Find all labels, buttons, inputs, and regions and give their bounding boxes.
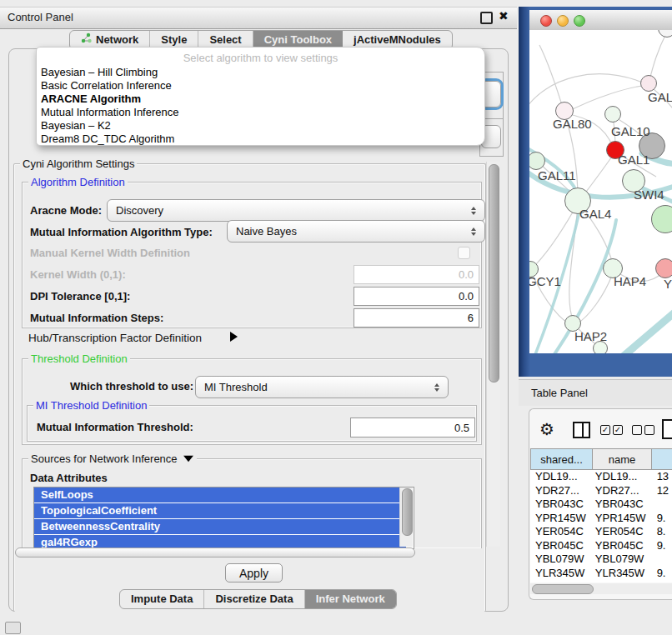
which-threshold-label: Which threshold to use: [70, 380, 193, 392]
table-row[interactable]: YBL079W YBL079W [530, 552, 672, 567]
unchecked-checkbox-icon[interactable] [644, 425, 654, 435]
table-row[interactable]: YBR043C YBR043C [530, 498, 672, 512]
spinner-arrows-icon [471, 228, 477, 236]
node-label: GAL1 [618, 152, 649, 167]
kernel-width-label: Kernel Width (0,1): [30, 268, 126, 281]
screen: Control Panel ✖ Network Style Select Cyn… [0, 0, 672, 635]
mi-type-combobox[interactable]: Naive Bayes [227, 220, 485, 242]
split-columns-icon[interactable] [573, 422, 590, 438]
attribute-list-item[interactable]: TopologicalCoefficient [34, 503, 406, 519]
unchecked-checkbox-icon[interactable] [632, 425, 642, 435]
network-node[interactable] [640, 75, 657, 92]
attribute-list-item[interactable]: BetweennessCentrality [34, 519, 406, 535]
panel-title: Control Panel [8, 11, 73, 23]
network-window-titlebar [529, 10, 672, 31]
attribute-list-scrollbar[interactable] [399, 488, 413, 547]
table-scroll-thumb[interactable] [532, 584, 594, 594]
collapse-arrow-icon[interactable] [183, 456, 193, 462]
mi-threshold-field[interactable]: 0.5 [350, 418, 475, 438]
bottom-tab[interactable]: Discretize Data [204, 590, 304, 608]
bottom-tab[interactable]: Impute Data [120, 590, 204, 608]
table-row[interactable]: YLR345W YLR345W 9. [530, 567, 672, 581]
dropdown-items: Bayesian – Hill Climbing Basic Correlati… [40, 66, 481, 146]
dropdown-item[interactable]: Dream8 DC_TDC Algorithm [40, 132, 481, 146]
which-threshold-combobox[interactable]: MI Threshold [195, 376, 449, 398]
network-canvas[interactable]: GALGAL80GAL10GAL1GAL11SWI4GAL4GCY1HAP4YH… [529, 30, 672, 353]
network-view-window: GALGAL80GAL10GAL1GAL11SWI4GAL4GCY1HAP4YH… [519, 7, 672, 377]
algorithm-dropdown-popup: Select algorithm to view settings Bayesi… [36, 47, 485, 146]
table-panel-body: ⚙ ✓ ✓ shared... name YDL19... YDL19... [529, 408, 672, 600]
table-row[interactable]: YER054C YER054C 8. [530, 525, 672, 539]
document-icon[interactable] [662, 419, 672, 439]
spinner-arrows-icon [471, 207, 477, 215]
network-node[interactable] [604, 106, 621, 122]
bottom-tabs: Impute Data Discretize Data Infer Networ… [119, 589, 397, 609]
hub-definition-label: Hub/Transcription Factor Definition [28, 332, 202, 344]
table-panel-title: Table Panel [531, 387, 588, 399]
gear-icon[interactable]: ⚙ [539, 419, 554, 439]
table-row[interactable]: YIL052C YIL052C 9 [530, 580, 672, 582]
mi-steps-label: Mutual Information Steps: [30, 312, 163, 324]
node-label: HAP2 [574, 329, 607, 343]
control-panel-titlebar: Control Panel ✖ [0, 7, 517, 29]
float-icon[interactable] [480, 12, 493, 24]
kernel-width-field: 0.0 [354, 265, 479, 284]
checked-checkbox-icon[interactable]: ✓ [600, 425, 610, 435]
minimized-panel-icon[interactable] [5, 622, 21, 634]
data-attributes-label: Data Attributes [30, 472, 108, 484]
node-label: HAP4 [614, 274, 646, 288]
node-label: GAL11 [538, 168, 576, 182]
attribute-list-scroll-thumb[interactable] [402, 488, 413, 536]
dropdown-item[interactable]: Basic Correlation Inference [40, 79, 481, 92]
table-header-row: shared... name [530, 448, 672, 470]
dropdown-hint: Select algorithm to view settings [37, 52, 484, 64]
expand-arrow-icon[interactable] [230, 332, 238, 342]
mi-threshold-group-title: MI Threshold Definition [33, 399, 149, 412]
node-label: Y [664, 277, 672, 291]
dropdown-item[interactable]: Bayesian – K2 [40, 119, 481, 132]
mi-steps-field[interactable]: 6 [354, 308, 479, 328]
column-header-name[interactable]: name [593, 448, 652, 470]
table-horizontal-scrollbar[interactable] [530, 583, 672, 594]
dropdown-item[interactable]: ARACNE Algorithm [40, 92, 481, 106]
spinner-arrows-icon [434, 383, 440, 392]
node-label: GAL [648, 90, 672, 104]
settings-scroll-thumb[interactable] [489, 164, 499, 382]
aracne-mode-combobox[interactable]: Discovery [107, 199, 485, 222]
attribute-list-item[interactable]: SelfLoops [34, 488, 406, 503]
dropdown-item[interactable]: Bayesian – Hill Climbing [40, 66, 481, 79]
table-row[interactable]: YPR145W YPR145W 9. [530, 512, 672, 526]
node-label: GAL10 [611, 124, 650, 138]
aracne-mode-label: Aracne Mode: [30, 204, 102, 217]
network-node[interactable] [655, 258, 672, 278]
threshold-definition-title: Threshold Definition [28, 352, 130, 365]
table-row[interactable]: YDL19... YDL19... 13 [530, 470, 672, 484]
mi-threshold-label: Mutual Information Threshold: [37, 421, 193, 433]
node-label: SWI4 [634, 188, 664, 202]
column-header-shared[interactable]: shared... [530, 448, 593, 470]
manual-kernel-label: Manual Kernel Width Definition [30, 247, 190, 259]
zoom-traffic-light[interactable] [574, 15, 585, 27]
checked-checkbox-icon[interactable]: ✓ [613, 425, 623, 435]
algorithm-definition-title: Algorithm Definition [28, 176, 128, 188]
settings-horizontal-scroll-thumb[interactable] [15, 548, 415, 558]
minimize-traffic-light[interactable] [557, 15, 569, 27]
table-row[interactable]: YDR27... YDR27... 12 [530, 484, 672, 498]
node-label: GAL4 [579, 207, 611, 221]
dpi-tolerance-label: DPI Tolerance [0,1]: [30, 290, 130, 302]
column-header-partial[interactable] [652, 448, 672, 470]
close-icon[interactable]: ✖ [499, 9, 509, 22]
sources-group-title: Sources for Network Inference [28, 452, 197, 465]
settings-vertical-scrollbar[interactable] [486, 162, 500, 547]
apply-button[interactable]: Apply [225, 563, 283, 582]
node-label: GAL80 [553, 117, 592, 131]
bottom-tab[interactable]: Infer Network [305, 590, 396, 608]
node-label: GCY1 [529, 274, 561, 288]
close-traffic-light[interactable] [540, 15, 552, 27]
mi-type-label: Mutual Information Algorithm Type: [30, 226, 213, 238]
table-row[interactable]: YBR045C YBR045C 9. [530, 539, 672, 553]
data-attributes-list: SelfLoopsTopologicalCoefficientBetweenne… [33, 487, 414, 549]
dropdown-item[interactable]: Mutual Information Inference [40, 106, 481, 119]
settings-group-title: Cyni Algorithm Settings [20, 158, 137, 170]
dpi-tolerance-field[interactable]: 0.0 [354, 287, 479, 306]
